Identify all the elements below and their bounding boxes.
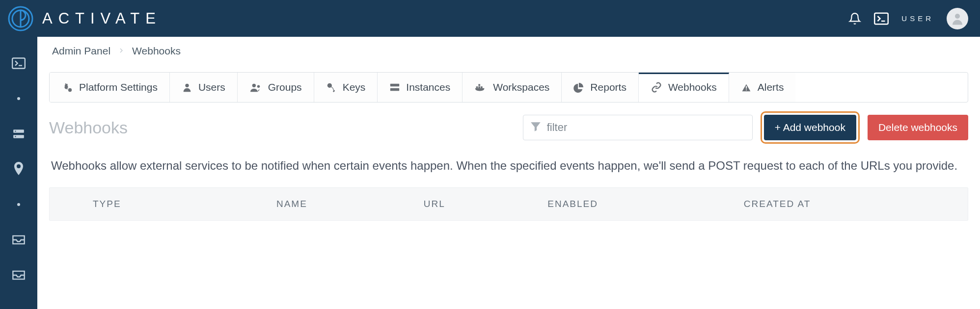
col-name[interactable]: NAME — [263, 189, 409, 219]
brand-mark-icon — [7, 5, 34, 32]
svg-point-12 — [252, 84, 255, 87]
svg-rect-17 — [476, 86, 478, 88]
filter-input[interactable] — [547, 121, 746, 134]
warning-icon — [741, 82, 752, 92]
gears-icon — [61, 82, 73, 93]
svg-rect-5 — [13, 129, 24, 133]
col-type[interactable]: TYPE — [51, 189, 262, 219]
svg-rect-19 — [481, 86, 483, 88]
brand-logo[interactable]: ACTIVATE — [7, 5, 162, 32]
svg-point-13 — [257, 85, 260, 88]
notifications-icon[interactable] — [848, 12, 861, 25]
tab-label: Keys — [343, 81, 366, 93]
svg-rect-6 — [13, 135, 24, 138]
chart-pie-icon — [573, 82, 584, 93]
webhooks-table: TYPE NAME URL ENABLED CREATED AT — [49, 187, 968, 221]
tab-platform-settings[interactable]: Platform Settings — [50, 73, 170, 102]
delete-webhooks-button[interactable]: Delete webhooks — [868, 115, 968, 140]
sidebar-item-inbox-1[interactable] — [10, 231, 27, 249]
filter-icon — [529, 120, 542, 135]
tab-label: Groups — [268, 81, 302, 93]
col-url[interactable]: URL — [410, 189, 533, 219]
tabs: Platform Settings Users Groups — [49, 72, 968, 103]
tab-label: Reports — [590, 81, 626, 93]
tab-label: Instances — [406, 81, 450, 93]
users-icon — [249, 82, 262, 93]
sidebar — [0, 37, 37, 309]
col-enabled[interactable]: ENABLED — [534, 189, 729, 219]
breadcrumb: Admin Panel Webhooks — [37, 37, 980, 65]
svg-rect-4 — [12, 58, 25, 69]
brand-name: ACTIVATE — [42, 10, 162, 27]
section-header: Webhooks + Add webhook Delete webhooks — [49, 103, 968, 148]
key-icon — [326, 82, 337, 93]
user-icon — [182, 82, 192, 93]
tab-webhooks[interactable]: Webhooks — [639, 73, 729, 102]
svg-point-9 — [17, 165, 20, 168]
tab-users[interactable]: Users — [170, 73, 238, 102]
topbar-right: USER — [848, 8, 968, 29]
tab-label: Users — [198, 81, 225, 93]
add-webhook-button[interactable]: + Add webhook — [764, 115, 856, 140]
svg-rect-16 — [390, 88, 399, 91]
tab-reports[interactable]: Reports — [562, 73, 639, 102]
sidebar-item-location[interactable] — [10, 160, 27, 178]
svg-point-7 — [15, 131, 16, 132]
sidebar-dot-2[interactable] — [10, 196, 27, 213]
tab-instances[interactable]: Instances — [378, 73, 463, 102]
tab-label: Platform Settings — [79, 81, 158, 93]
svg-rect-2 — [875, 13, 889, 24]
user-label: USER — [901, 14, 934, 23]
avatar[interactable] — [947, 8, 968, 29]
breadcrumb-admin-panel[interactable]: Admin Panel — [52, 45, 110, 57]
svg-point-8 — [15, 136, 16, 137]
server-icon — [389, 82, 400, 92]
sidebar-item-terminal[interactable] — [10, 54, 27, 72]
tab-label: Webhooks — [668, 81, 717, 93]
tab-workspaces[interactable]: Workspaces — [463, 73, 562, 102]
tab-groups[interactable]: Groups — [238, 73, 314, 102]
terminal-icon[interactable] — [874, 12, 889, 25]
svg-rect-15 — [390, 84, 399, 87]
sidebar-item-storage[interactable] — [10, 125, 27, 143]
link-icon — [651, 82, 662, 93]
filter-input-wrap[interactable] — [523, 115, 753, 140]
svg-point-3 — [955, 14, 960, 19]
breadcrumb-webhooks[interactable]: Webhooks — [132, 45, 181, 57]
svg-rect-20 — [479, 84, 481, 86]
svg-point-11 — [185, 84, 189, 87]
tab-keys[interactable]: Keys — [314, 73, 378, 102]
svg-rect-18 — [479, 86, 481, 88]
col-created-at[interactable]: CREATED AT — [730, 189, 967, 219]
tab-alerts[interactable]: Alerts — [729, 73, 796, 102]
tab-label: Workspaces — [493, 81, 549, 93]
page-description: Webhooks allow external services to be n… — [49, 148, 968, 187]
topbar: ACTIVATE USER — [0, 0, 980, 37]
chevron-right-icon — [117, 45, 125, 57]
docker-icon — [474, 82, 487, 92]
sidebar-item-inbox-2[interactable] — [10, 266, 27, 284]
highlight-ring: + Add webhook — [761, 111, 860, 144]
page-title: Webhooks — [49, 118, 128, 137]
tab-label: Alerts — [758, 81, 784, 93]
sidebar-dot-1[interactable] — [10, 90, 27, 107]
